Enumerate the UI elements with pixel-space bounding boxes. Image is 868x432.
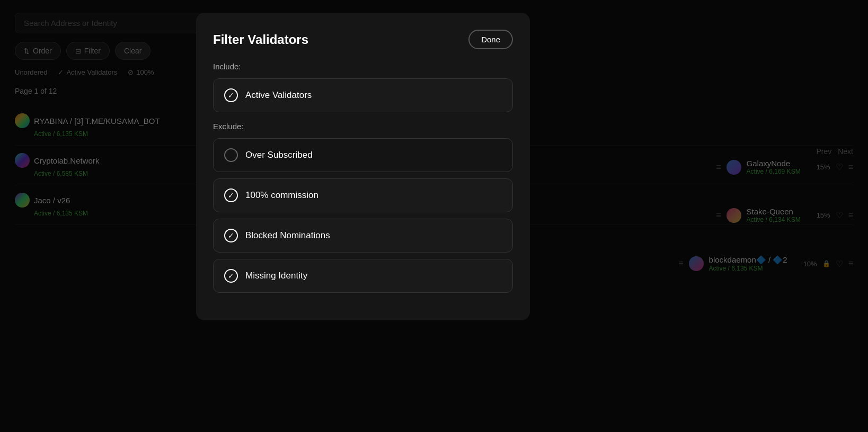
checked-icon: ✓ [224,269,238,283]
unchecked-icon [224,148,238,162]
checked-icon: ✓ [224,229,238,242]
exclude-label: Exclude: [213,122,513,131]
filter-option-100-commission[interactable]: ✓ 100% commission [213,178,513,212]
filter-option-missing-identity[interactable]: ✓ Missing Identity [213,259,513,293]
modal-header: Filter Validators Done [213,30,513,49]
option-label-over-subscribed: Over Subscribed [245,150,313,160]
modal-title: Filter Validators [213,32,308,47]
done-button[interactable]: Done [468,30,513,49]
filter-option-blocked-nominations[interactable]: ✓ Blocked Nominations [213,219,513,253]
option-label-100-commission: 100% commission [245,190,318,201]
filter-option-active-validators[interactable]: ✓ Active Validators [213,78,513,112]
checked-icon: ✓ [224,88,238,102]
option-label-missing-identity: Missing Identity [245,271,307,281]
option-label-blocked-nominations: Blocked Nominations [245,230,330,241]
option-label-active-validators: Active Validators [245,90,312,101]
filter-option-over-subscribed[interactable]: Over Subscribed [213,138,513,172]
checked-icon: ✓ [224,188,238,202]
exclude-section: Exclude: Over Subscribed ✓ 100% commissi… [213,122,513,293]
include-label: Include: [213,62,513,71]
filter-validators-modal: Filter Validators Done Include: ✓ Active… [196,13,530,320]
